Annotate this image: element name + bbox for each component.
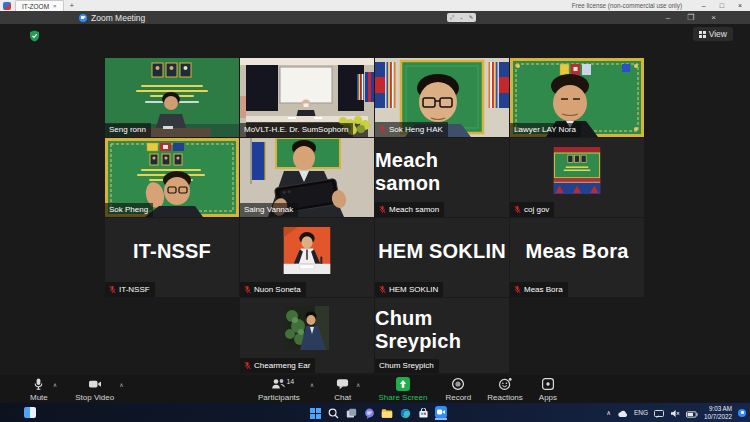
participant-tile[interactable]: coj gov [510, 138, 644, 217]
avatar [554, 147, 601, 198]
capture-toolbar[interactable]: ⤢ ⌄ ✎ [447, 13, 476, 22]
participant-display-name: HEM SOKLIN [375, 218, 509, 285]
participant-name-label: Meach samon [375, 202, 444, 217]
participant-tile[interactable]: Sok Heng HAK [375, 58, 509, 137]
muted-mic-icon [379, 125, 386, 134]
participant-tile[interactable]: Meach samon Meach samon [375, 138, 509, 217]
participant-tile[interactable]: MoVLT-H.E. Dr. SumSophorn [240, 58, 374, 137]
date-text: 10/7/2022 [704, 413, 732, 421]
tab-title: IT-ZOOM [22, 3, 49, 10]
participant-tile[interactable]: Chum Sreypich Chum Sreypich [375, 298, 509, 373]
participant-tile[interactable]: Nuon Soneta [240, 218, 374, 297]
participant-tile[interactable]: Lawyer LAY Nora [510, 58, 644, 137]
zoom-title-bar: Zoom Meeting [0, 11, 750, 24]
close-icon[interactable]: × [738, 1, 742, 11]
participant-name-label: Nuon Soneta [240, 282, 306, 297]
muted-mic-icon [514, 205, 521, 214]
security-shield-icon[interactable] [29, 28, 40, 46]
share-screen-icon [396, 377, 410, 391]
app-icon [3, 2, 11, 10]
zoom-camera-icon [79, 14, 87, 22]
apps-icon [541, 377, 555, 391]
zoom-close-icon[interactable]: × [711, 13, 716, 22]
mute-options-chevron[interactable]: ∧ [53, 381, 57, 388]
start-button[interactable] [309, 407, 321, 419]
capture-expand-icon[interactable]: ⤢ [450, 14, 454, 21]
tab-it-zoom[interactable]: IT-ZOOM × [15, 0, 64, 11]
participant-name-label: Chum Sreypich [375, 359, 439, 373]
capture-tool-icon[interactable]: ✎ [469, 14, 473, 20]
maximize-icon[interactable]: □ [720, 1, 724, 11]
zoom-restore-icon[interactable]: ❐ [687, 13, 694, 22]
grid-view-icon [699, 31, 706, 38]
participant-tile[interactable]: HEM SOKLIN HEM SOKLIN [375, 218, 509, 297]
touch-keyboard-icon[interactable] [654, 404, 664, 422]
muted-mic-icon [514, 285, 521, 294]
muted-mic-icon [109, 285, 116, 294]
mute-button[interactable]: Mute [30, 377, 48, 402]
participant-name-label: Chearmeng Ear [240, 358, 315, 373]
license-text: Free license (non-commercial use only) [572, 1, 682, 11]
file-explorer-icon[interactable] [381, 407, 393, 419]
avatar [285, 306, 329, 354]
speaker-muted-icon[interactable] [670, 404, 680, 422]
window-title: Zoom Meeting [91, 13, 145, 23]
participant-display-name: Meach samon [375, 138, 509, 205]
participant-tile[interactable]: IT-NSSF IT-NSSF [105, 218, 239, 297]
participant-name-label: Lawyer LAY Nora [510, 123, 581, 137]
app-window-controls: – □ × [702, 0, 742, 11]
participants-count-badge: 14 [286, 378, 294, 385]
task-view-icon[interactable] [345, 407, 357, 419]
tab-close-icon[interactable]: × [53, 3, 57, 9]
share-screen-button[interactable]: Share Screen [379, 377, 428, 402]
participant-tile[interactable]: Seng ronn [105, 58, 239, 137]
zoom-app-icon[interactable] [435, 406, 447, 420]
time-text: 9:03 AM [709, 405, 732, 413]
language-indicator[interactable]: ENG [634, 409, 648, 416]
record-button[interactable]: Record [445, 377, 471, 402]
participant-display-name: Meas Bora [510, 218, 644, 285]
new-tab-button[interactable]: + [70, 1, 75, 10]
participant-tile-active-speaker[interactable]: Sok Pheng [105, 138, 239, 217]
avatar [284, 227, 331, 278]
zoom-window-controls: – ❐ × [666, 11, 716, 24]
microphone-icon [32, 377, 45, 391]
widgets-icon[interactable] [24, 407, 36, 418]
view-button[interactable]: View [693, 27, 733, 41]
participant-name-label: IT-NSSF [105, 282, 155, 297]
tray-chevron-icon[interactable]: ∧ [606, 409, 611, 417]
participant-name-label: Sok Pheng [105, 203, 153, 217]
muted-mic-icon [379, 205, 386, 214]
participants-icon: 14 [271, 377, 286, 391]
chat-icon [336, 377, 349, 391]
notification-badge[interactable] [738, 409, 746, 417]
zoom-minimize-icon[interactable]: – [666, 13, 670, 22]
chat-button[interactable]: Chat [334, 377, 351, 402]
stop-video-button[interactable]: Stop Video [75, 377, 114, 402]
reactions-icon [498, 377, 512, 391]
participant-display-name: Chum Sreypich [375, 298, 509, 361]
minimize-icon[interactable]: – [702, 1, 706, 11]
video-options-chevron[interactable]: ∧ [119, 381, 123, 388]
reactions-button[interactable]: Reactions [487, 377, 523, 402]
camera-icon [88, 377, 102, 391]
apps-button[interactable]: Apps [539, 377, 557, 402]
capture-chevron-icon[interactable]: ⌄ [459, 14, 463, 20]
muted-mic-icon [244, 285, 251, 294]
search-icon[interactable] [327, 407, 339, 419]
participant-tile[interactable]: Saing Vannak [240, 138, 374, 217]
record-icon [451, 377, 465, 391]
participant-name-label: Seng ronn [105, 123, 151, 137]
clock[interactable]: 9:03 AM 10/7/2022 [704, 405, 732, 421]
chat-options-chevron[interactable]: ∧ [356, 381, 360, 388]
participants-button[interactable]: 14 Participants [258, 377, 300, 402]
teams-chat-icon[interactable] [363, 407, 375, 419]
edge-browser-icon[interactable] [399, 407, 411, 419]
participant-name-label: HEM SOKLIN [375, 282, 443, 297]
microsoft-store-icon[interactable] [417, 407, 429, 419]
participant-tile[interactable]: Meas Bora Meas Bora [510, 218, 644, 297]
battery-icon[interactable] [686, 404, 698, 422]
participants-options-chevron[interactable]: ∧ [310, 381, 314, 388]
onedrive-cloud-icon[interactable] [617, 404, 628, 422]
participant-tile[interactable]: Chearmeng Ear [240, 298, 374, 373]
